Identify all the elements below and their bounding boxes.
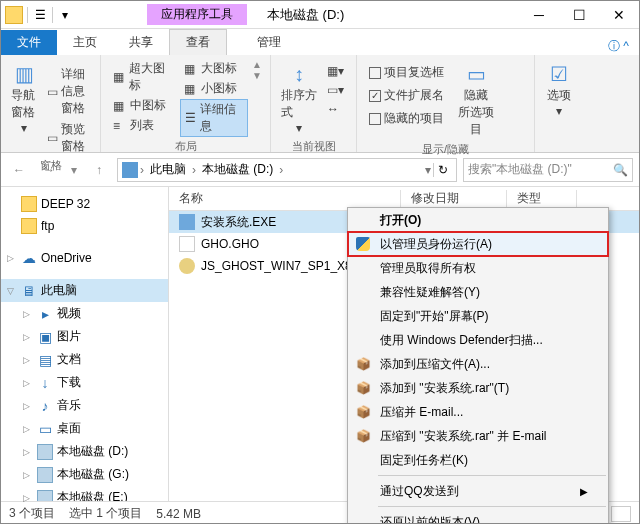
item-check-toggle[interactable]: 项目复选框	[365, 63, 448, 82]
detail-pane-button[interactable]: ▭详细信息窗格	[43, 65, 92, 118]
tree-item-documents[interactable]: ▷▤文档	[1, 348, 168, 371]
ctx-pin-taskbar[interactable]: 固定到任务栏(K)	[348, 448, 608, 472]
rar-icon: 📦	[354, 379, 372, 397]
rar-icon: 📦	[354, 427, 372, 445]
status-item-count: 3 个项目	[9, 505, 55, 522]
ctx-open[interactable]: 打开(O)	[348, 208, 608, 232]
view-icons-button[interactable]	[611, 506, 631, 522]
nav-tree[interactable]: DEEP 32 ftp ▷☁OneDrive ▽🖥此电脑 ▷▸视频 ▷▣图片 ▷…	[1, 187, 169, 501]
tab-file[interactable]: 文件	[1, 30, 57, 55]
ctx-qq-send[interactable]: 通过QQ发送到▶	[348, 479, 608, 503]
group-current-label: 当前视图	[279, 137, 348, 154]
ctx-compress-rar-email[interactable]: 📦压缩到 "安装系统.rar" 并 E-mail	[348, 424, 608, 448]
music-icon: ♪	[37, 398, 53, 414]
ctx-add-archive[interactable]: 📦添加到压缩文件(A)...	[348, 352, 608, 376]
ctx-defender[interactable]: 使用 Windows Defender扫描...	[348, 328, 608, 352]
ctx-add-rar[interactable]: 📦添加到 "安装系统.rar"(T)	[348, 376, 608, 400]
ribbon-tabs: 文件 主页 共享 查看 管理 ⓘ ^	[1, 29, 639, 55]
list-button[interactable]: ≡列表	[109, 116, 176, 135]
pictures-icon: ▣	[37, 329, 53, 345]
search-placeholder: 搜索"本地磁盘 (D:)"	[468, 161, 572, 178]
onedrive-icon: ☁	[21, 250, 37, 266]
address-bar: ← → ▾ ↑ › 此电脑 › 本地磁盘 (D:) › ▾ ↻ 搜索"本地磁盘 …	[1, 153, 639, 187]
col-name[interactable]: 名称	[169, 190, 401, 207]
context-menu: 打开(O) 以管理员身份运行(A) 管理员取得所有权 兼容性疑难解答(Y) 固定…	[347, 207, 609, 524]
tree-item-video[interactable]: ▷▸视频	[1, 302, 168, 325]
qat-dropdown-icon[interactable]: ▾	[57, 7, 73, 23]
crumb-this-pc[interactable]: 此电脑	[146, 161, 190, 178]
history-button[interactable]: ▾	[67, 158, 81, 182]
close-button[interactable]: ✕	[599, 1, 639, 29]
details-button[interactable]: ☰详细信息	[180, 99, 248, 137]
col-type[interactable]: 类型	[507, 190, 577, 207]
ctx-separator	[378, 506, 606, 507]
hide-icon: ▭	[463, 61, 489, 87]
tab-home[interactable]: 主页	[57, 30, 113, 55]
hidden-items-toggle[interactable]: 隐藏的项目	[365, 109, 448, 128]
tree-item-drive-g[interactable]: ▷本地磁盘 (G:)	[1, 463, 168, 486]
video-icon: ▸	[37, 306, 53, 322]
tree-item-deep32[interactable]: DEEP 32	[1, 193, 168, 215]
sort-button[interactable]: ↕ 排序方式 ▾	[279, 59, 319, 137]
forward-button[interactable]: →	[37, 158, 61, 182]
search-input[interactable]: 搜索"本地磁盘 (D:)" 🔍	[463, 158, 633, 182]
file-name: 安装系统.EXE	[201, 214, 276, 231]
file-ext-toggle[interactable]: 文件扩展名	[365, 86, 448, 105]
title-bar: ☰ ▾ 应用程序工具 本地磁盘 (D:) ─ ☐ ✕	[1, 1, 639, 29]
desktop-icon: ▭	[37, 421, 53, 437]
nav-pane-button[interactable]: ▥ 导航窗格 ▾	[9, 59, 39, 137]
tree-item-desktop[interactable]: ▷▭桌面	[1, 417, 168, 440]
back-button[interactable]: ←	[7, 158, 31, 182]
window-title: 本地磁盘 (D:)	[267, 6, 344, 24]
help-button[interactable]: ⓘ ^	[608, 38, 639, 55]
l-icons-button[interactable]: ▦大图标	[180, 59, 248, 78]
crumb-drive[interactable]: 本地磁盘 (D:)	[198, 161, 277, 178]
group-by-button[interactable]: ▦▾	[323, 63, 348, 79]
hide-selected-button[interactable]: ▭ 隐藏 所选项目	[452, 59, 500, 140]
add-columns-button[interactable]: ▭▾	[323, 82, 348, 98]
options-button[interactable]: ☑ 选项 ▾	[543, 59, 575, 120]
address-dropdown-icon[interactable]: ▾	[425, 163, 431, 177]
preview-pane-button[interactable]: ▭预览窗格	[43, 120, 92, 156]
ctx-restore[interactable]: 还原以前的版本(V)	[348, 510, 608, 524]
ctx-run-as-admin[interactable]: 以管理员身份运行(A)	[348, 232, 608, 256]
minimize-button[interactable]: ─	[519, 1, 559, 29]
m-icons-button[interactable]: ▦中图标	[109, 96, 176, 115]
drive-icon	[37, 467, 53, 483]
ctx-troubleshoot[interactable]: 兼容性疑难解答(Y)	[348, 280, 608, 304]
nav-pane-label: 导航窗格	[11, 87, 37, 121]
rar-icon: 📦	[354, 355, 372, 373]
rar-icon: 📦	[354, 403, 372, 421]
iso-icon	[179, 258, 195, 274]
tree-item-onedrive[interactable]: ▷☁OneDrive	[1, 247, 168, 269]
tree-item-pictures[interactable]: ▷▣图片	[1, 325, 168, 348]
tab-manage[interactable]: 管理	[241, 30, 297, 55]
tree-item-ftp[interactable]: ftp	[1, 215, 168, 237]
drive-icon	[37, 490, 53, 502]
breadcrumb[interactable]: › 此电脑 › 本地磁盘 (D:) › ▾ ↻	[117, 158, 457, 182]
col-modified[interactable]: 修改日期	[401, 190, 507, 207]
xl-icons-button[interactable]: ▦超大图标	[109, 59, 176, 95]
ctx-compress-email[interactable]: 📦压缩并 E-mail...	[348, 400, 608, 424]
tab-view[interactable]: 查看	[169, 29, 227, 55]
tab-share[interactable]: 共享	[113, 30, 169, 55]
tree-item-downloads[interactable]: ▷↓下载	[1, 371, 168, 394]
size-columns-button[interactable]: ↔	[323, 101, 348, 117]
ctx-take-owner[interactable]: 管理员取得所有权	[348, 256, 608, 280]
documents-icon: ▤	[37, 352, 53, 368]
qat-prop-icon[interactable]: ☰	[32, 7, 48, 23]
maximize-button[interactable]: ☐	[559, 1, 599, 29]
file-name: GHO.GHO	[201, 237, 259, 251]
file-list[interactable]: 名称 修改日期 类型 安装系统.EXE GHO.GHO JS_GHOST_WIN…	[169, 187, 639, 501]
tree-item-music[interactable]: ▷♪音乐	[1, 394, 168, 417]
options-label: 选项	[547, 87, 571, 104]
ctx-separator	[378, 475, 606, 476]
s-icons-button[interactable]: ▦小图标	[180, 79, 248, 98]
ctx-pin-start[interactable]: 固定到"开始"屏幕(P)	[348, 304, 608, 328]
tree-item-this-pc[interactable]: ▽🖥此电脑	[1, 279, 168, 302]
refresh-button[interactable]: ↻	[433, 163, 452, 177]
sort-label: 排序方式	[281, 87, 317, 121]
tree-item-drive-e[interactable]: ▷本地磁盘 (E:)	[1, 486, 168, 501]
tree-item-drive-d[interactable]: ▷本地磁盘 (D:)	[1, 440, 168, 463]
up-button[interactable]: ↑	[87, 158, 111, 182]
